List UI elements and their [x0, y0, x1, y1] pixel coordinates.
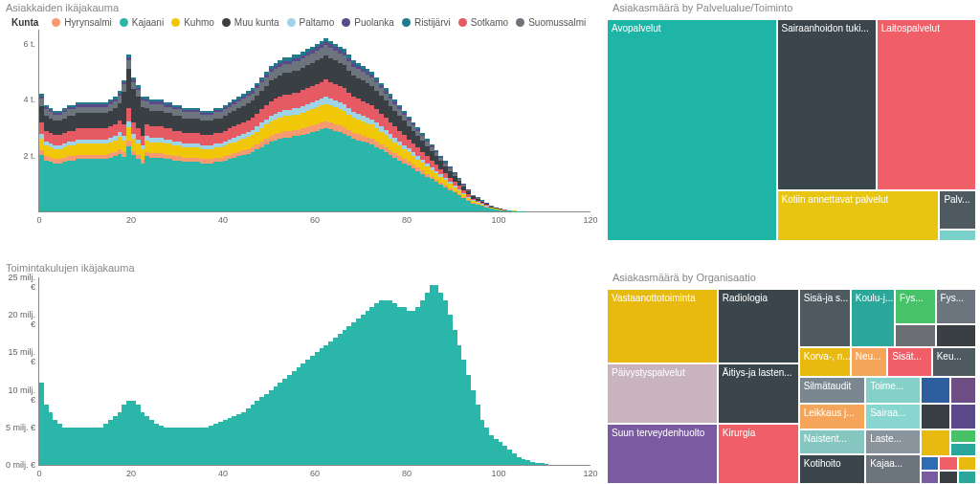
- x-tick-label: 40: [218, 215, 228, 225]
- treemap-cell[interactable]: Päivystyspalvelut: [607, 363, 718, 424]
- x-tick-label: 0: [36, 215, 41, 225]
- y-tick-label: 15 milj. €: [3, 347, 35, 366]
- legend-label: Kajaani: [132, 17, 164, 28]
- treemap-cell[interactable]: [921, 377, 950, 405]
- cost-distribution-panel: Toimintakulujen ikäjakauma 0 milj. €5 mi…: [0, 260, 601, 484]
- x-tick-label: 60: [310, 215, 320, 225]
- bar-segment: [136, 90, 141, 97]
- treemap-cell[interactable]: [921, 429, 950, 457]
- legend-swatch: [342, 18, 350, 27]
- treemap-cell[interactable]: Sairaanhoidon tuki...: [777, 19, 877, 190]
- legend-swatch: [287, 18, 296, 27]
- cost-dist-title: Toimintakulujen ikäjakauma: [6, 262, 601, 274]
- treemap-organisaatio-panel: Asiakasmäärä by Organisaatio Vastaanotto…: [607, 270, 978, 484]
- x-tick-label: 60: [310, 469, 320, 478]
- cost-bar[interactable]: [545, 464, 549, 465]
- x-tick-label: 100: [491, 469, 505, 478]
- treemap-cell[interactable]: Koulu-j...: [851, 289, 895, 347]
- treemap-cell[interactable]: [950, 443, 976, 456]
- treemap-cell[interactable]: Palv...: [939, 190, 976, 231]
- legend-label: Kuhmo: [184, 17, 214, 28]
- x-tick-label: 120: [583, 215, 597, 225]
- x-tick-label: 80: [402, 215, 412, 225]
- cost-dist-plot[interactable]: 0 milj. €5 milj. €10 milj. €15 milj. €20…: [38, 277, 590, 466]
- y-tick-label: 4 t.: [3, 95, 35, 104]
- age-dist-legend[interactable]: KuntaHyrynsalmiKajaaniKuhmoMuu kuntaPalt…: [11, 17, 601, 28]
- legend-item[interactable]: Sotkamo: [458, 17, 508, 28]
- treemap-cell[interactable]: Toime...: [865, 377, 921, 405]
- treemap-cell[interactable]: Sisä-ja s...: [799, 289, 851, 347]
- legend-item[interactable]: Kajaani: [120, 17, 164, 28]
- legend-label: Puolanka: [354, 17, 394, 28]
- x-tick-label: 100: [491, 215, 505, 225]
- treemap-cell[interactable]: Kirurgia: [718, 424, 799, 484]
- legend-label: Suomussalmi: [528, 17, 586, 28]
- age-distribution-panel: Asiakkaiden ikäjakauma KuntaHyrynsalmiKa…: [0, 0, 601, 239]
- treemap-cell[interactable]: Avopalvelut: [607, 19, 777, 241]
- y-tick-label: 6 t.: [3, 39, 35, 49]
- y-tick-label: 10 milj. €: [3, 385, 35, 405]
- legend-prefix: Kunta: [11, 17, 38, 28]
- legend-item[interactable]: Suomussalmi: [516, 17, 586, 28]
- treemap-palvelualue[interactable]: AvopalvelutSairaanhoidon tuki...Laitospa…: [607, 19, 976, 241]
- treemap-organisaatio-title: Asiakasmäärä by Organisaatio: [612, 272, 978, 283]
- treemap-cell[interactable]: [950, 377, 976, 405]
- treemap-cell[interactable]: Fys...: [895, 289, 935, 324]
- treemap-cell[interactable]: Sisät...: [887, 347, 931, 377]
- treemap-cell[interactable]: Neu...: [851, 347, 888, 377]
- treemap-cell[interactable]: Korva-, n...: [799, 347, 851, 377]
- x-tick-label: 40: [218, 469, 228, 478]
- treemap-cell[interactable]: Kotihoito: [799, 454, 865, 484]
- treemap-cell[interactable]: [921, 471, 939, 484]
- age-dist-plot[interactable]: 2 t.4 t.6 t.020406080100120: [38, 30, 590, 212]
- y-tick-label: 5 milj. €: [3, 423, 35, 432]
- treemap-cell[interactable]: [958, 471, 976, 484]
- treemap-cell[interactable]: [936, 324, 976, 347]
- legend-item[interactable]: Kuhmo: [171, 17, 214, 28]
- x-tick-label: 20: [126, 215, 136, 225]
- legend-label: Hyrynsalmi: [64, 17, 111, 28]
- treemap-palvelualue-title: Asiakasmäärä by Palvelualue/Toiminto: [612, 2, 978, 13]
- treemap-cell[interactable]: [939, 230, 976, 241]
- legend-swatch: [171, 18, 180, 27]
- x-tick-label: 20: [126, 469, 136, 478]
- legend-item[interactable]: Hyrynsalmi: [52, 17, 111, 28]
- treemap-cell[interactable]: Keu...: [932, 347, 976, 377]
- treemap-cell[interactable]: Äitiys-ja lasten...: [718, 363, 799, 424]
- legend-item[interactable]: Paltamo: [287, 17, 335, 28]
- treemap-cell[interactable]: [950, 404, 976, 429]
- treemap-cell[interactable]: Laste...: [865, 429, 921, 455]
- legend-swatch: [52, 18, 60, 27]
- bar-segment: [126, 60, 131, 69]
- treemap-cell[interactable]: Radiologia: [718, 289, 799, 363]
- treemap-cell[interactable]: Vastaanottotoiminta: [607, 289, 718, 363]
- treemap-cell[interactable]: Naistent...: [799, 429, 865, 455]
- treemap-cell[interactable]: Kotiin annettavat palvelut: [777, 190, 940, 241]
- legend-item[interactable]: Puolanka: [342, 17, 394, 28]
- treemap-cell[interactable]: [921, 456, 939, 470]
- treemap-organisaatio[interactable]: VastaanottotoimintaRadiologiaSisä-ja s..…: [607, 289, 976, 484]
- treemap-cell[interactable]: [921, 404, 950, 429]
- legend-item[interactable]: Muu kunta: [222, 17, 279, 28]
- treemap-cell[interactable]: Laitospalvelut: [877, 19, 976, 190]
- y-tick-label: 25 milj. €: [3, 273, 35, 292]
- treemap-cell[interactable]: Fys...: [936, 289, 976, 324]
- treemap-cell[interactable]: Kajaa...: [865, 454, 921, 484]
- x-tick-label: 80: [402, 469, 412, 478]
- treemap-cell[interactable]: Suun terveydenhuolto: [607, 424, 718, 484]
- legend-item[interactable]: Ristijärvi: [402, 17, 451, 28]
- y-tick-label: 20 milj. €: [3, 310, 35, 329]
- legend-swatch: [120, 18, 128, 27]
- treemap-cell[interactable]: [950, 429, 976, 443]
- treemap-cell[interactable]: Silmätaudit: [799, 377, 865, 405]
- treemap-palvelualue-panel: Asiakasmäärä by Palvelualue/Toiminto Avo…: [607, 0, 978, 241]
- treemap-cell[interactable]: Leikkaus j...: [799, 404, 865, 429]
- legend-swatch: [516, 18, 524, 27]
- treemap-cell[interactable]: [939, 456, 957, 470]
- legend-label: Sotkamo: [471, 17, 508, 28]
- treemap-cell[interactable]: [895, 324, 935, 347]
- treemap-cell[interactable]: Sairaa...: [865, 404, 921, 429]
- treemap-cell[interactable]: [958, 456, 976, 470]
- legend-label: Paltamo: [300, 17, 335, 28]
- treemap-cell[interactable]: [939, 471, 957, 484]
